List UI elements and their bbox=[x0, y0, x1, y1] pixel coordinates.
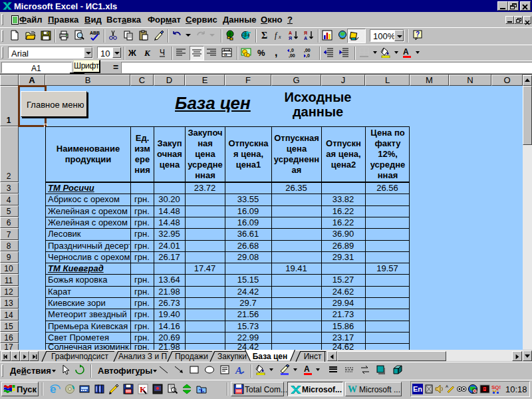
svg-text:А: А bbox=[304, 36, 307, 41]
svg-text:Ч: Ч bbox=[160, 48, 165, 57]
svg-text:ABB: ABB bbox=[90, 31, 100, 35]
svg-text:К: К bbox=[144, 48, 151, 58]
svg-text:А: А bbox=[304, 364, 310, 374]
svg-text:Ж: Ж bbox=[128, 48, 136, 58]
svg-text:W: W bbox=[348, 384, 357, 394]
svg-text:,0: ,0 bbox=[306, 53, 310, 58]
svg-text:,0: ,0 bbox=[290, 48, 294, 53]
svg-text:Я: Я bbox=[289, 36, 292, 41]
svg-text:Σ: Σ bbox=[261, 31, 267, 41]
svg-text:a: a bbox=[224, 51, 227, 57]
svg-text:,00: ,00 bbox=[289, 53, 295, 58]
svg-text:А: А bbox=[403, 47, 409, 57]
svg-text:Я: Я bbox=[304, 31, 307, 35]
svg-text:f: f bbox=[275, 31, 278, 40]
svg-text:,: , bbox=[275, 47, 277, 58]
svg-text:?: ? bbox=[416, 31, 420, 38]
svg-text:А: А bbox=[289, 31, 292, 35]
svg-text:A: A bbox=[446, 384, 448, 388]
svg-text:x: x bbox=[278, 34, 281, 40]
svg-text:SQ!: SQ! bbox=[491, 384, 501, 390]
svg-text:%: % bbox=[257, 48, 265, 58]
svg-text:,00: ,00 bbox=[304, 48, 311, 53]
